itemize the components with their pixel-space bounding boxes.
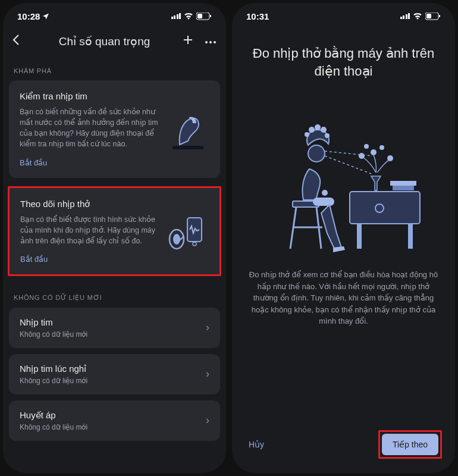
svg-rect-11 xyxy=(426,14,431,18)
back-icon[interactable] xyxy=(12,34,27,48)
cancel-button[interactable]: Hủy xyxy=(245,434,268,455)
section-explore: KHÁM PHÁ xyxy=(3,58,226,80)
onboard-footer: Hủy Tiếp theo xyxy=(232,430,455,459)
svg-point-30 xyxy=(321,127,327,133)
svg-rect-14 xyxy=(357,224,362,249)
card-action[interactable]: Bắt đầu xyxy=(20,255,159,264)
svg-rect-1 xyxy=(197,14,202,18)
wifi-icon xyxy=(184,12,193,20)
svg-point-27 xyxy=(305,132,309,137)
svg-rect-17 xyxy=(390,181,416,186)
phone-screen-vitals: 10:28 Chỉ số quan trọng KHÁM P xyxy=(3,3,226,473)
svg-point-28 xyxy=(309,127,315,133)
status-bar: 10:31 xyxy=(232,3,455,29)
svg-point-31 xyxy=(325,133,330,138)
card-desc: Bạn có biết những vấn đề sức khỏe như mấ… xyxy=(20,107,159,150)
plus-icon[interactable] xyxy=(182,34,194,48)
wifi-icon xyxy=(413,12,422,20)
metric-title: Nhịp tim xyxy=(20,317,87,328)
svg-point-4 xyxy=(209,41,212,43)
battery-icon xyxy=(196,12,212,20)
svg-point-29 xyxy=(315,124,321,130)
heart-rate-illustration-icon xyxy=(167,108,209,151)
metric-title: Nhịp tim lúc nghỉ xyxy=(20,364,87,374)
metric-title: Huyết áp xyxy=(20,410,87,421)
onboard-title: Đo nhịp thở bằng máy ảnh trên điện thoại xyxy=(232,29,455,86)
highlight-box: Tiếp theo xyxy=(378,430,442,459)
card-desc: Bạn có thể biết được tình hình sức khỏe … xyxy=(20,214,159,246)
section-no-new: KHÔNG CÓ DỮ LIỆU MỚI xyxy=(3,284,226,308)
metric-blood-pressure[interactable]: Huyết áp Không có dữ liệu mới › xyxy=(9,400,220,441)
card-title: Kiểm tra nhịp tim xyxy=(20,91,159,102)
page-title: Chỉ số quan trọng xyxy=(27,35,182,48)
phone-screen-onboard: 10:31 Đo nhịp thở bằng máy ảnh trên điện… xyxy=(232,3,455,473)
svg-rect-13 xyxy=(350,192,420,224)
battery-icon xyxy=(425,12,441,20)
svg-point-3 xyxy=(205,41,208,43)
svg-rect-2 xyxy=(210,15,211,17)
svg-point-32 xyxy=(322,190,328,196)
card-heart-rate[interactable]: Kiểm tra nhịp tim Bạn có biết những vấn … xyxy=(9,80,220,178)
svg-point-23 xyxy=(379,145,384,150)
svg-point-21 xyxy=(387,155,393,161)
svg-rect-18 xyxy=(393,186,414,190)
status-time: 10:31 xyxy=(246,11,269,21)
respiratory-illustration-icon xyxy=(166,209,209,252)
status-bar: 10:28 xyxy=(3,3,226,29)
svg-point-7 xyxy=(173,234,180,245)
card-title: Theo dõi nhịp thở xyxy=(20,199,159,209)
svg-rect-15 xyxy=(408,224,413,249)
metric-sub: Không có dữ liệu mới xyxy=(20,377,87,385)
signal-icon xyxy=(400,13,410,19)
location-arrow-icon xyxy=(42,11,49,21)
nav-bar: Chỉ số quan trọng xyxy=(3,29,226,58)
svg-point-26 xyxy=(308,145,325,162)
chevron-right-icon: › xyxy=(206,414,209,427)
svg-rect-12 xyxy=(439,15,440,17)
card-action[interactable]: Bắt đầu xyxy=(20,158,159,167)
svg-point-5 xyxy=(214,41,216,43)
chevron-right-icon: › xyxy=(206,368,209,380)
onboard-desc: Đo nhịp thở để xem cơ thể bạn điều hòa h… xyxy=(232,269,455,327)
metric-sub: Không có dữ liệu mới xyxy=(20,330,87,339)
svg-point-22 xyxy=(364,144,369,149)
svg-rect-25 xyxy=(313,198,334,206)
metric-heart-rate[interactable]: Nhịp tim Không có dữ liệu mới › xyxy=(9,308,220,348)
status-time: 10:28 xyxy=(17,11,40,21)
signal-icon xyxy=(171,13,181,19)
chevron-right-icon: › xyxy=(206,321,209,334)
metric-resting-hr[interactable]: Nhịp tim lúc nghỉ Không có dữ liệu mới › xyxy=(9,354,220,394)
next-button[interactable]: Tiếp theo xyxy=(382,434,438,455)
card-respiratory[interactable]: Theo dõi nhịp thở Bạn có thể biết được t… xyxy=(8,186,221,276)
svg-point-19 xyxy=(359,153,365,159)
onboard-illustration-icon xyxy=(261,102,427,257)
metric-sub: Không có dữ liệu mới xyxy=(20,423,87,431)
more-icon[interactable] xyxy=(205,36,217,46)
svg-point-20 xyxy=(371,149,377,155)
svg-point-9 xyxy=(193,242,196,246)
